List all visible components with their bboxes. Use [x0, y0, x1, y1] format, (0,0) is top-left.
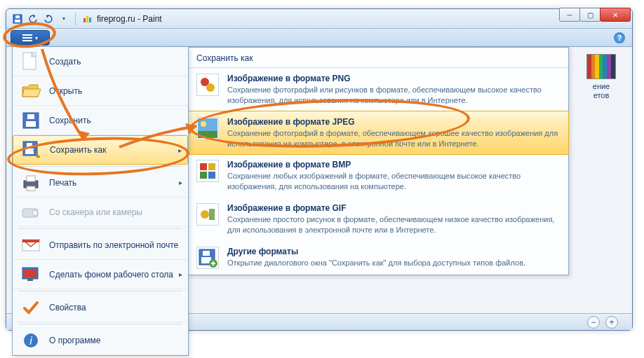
email-icon	[20, 234, 42, 256]
svg-rect-15	[27, 186, 35, 191]
svg-point-17	[32, 210, 38, 216]
menu-label: Отправить по электронной почте	[49, 240, 178, 250]
svg-rect-9	[27, 114, 34, 119]
chevron-down-icon: ▾	[35, 35, 38, 41]
menu-save[interactable]: Сохранить	[13, 106, 188, 135]
folder-open-icon	[20, 80, 42, 102]
save-as-gif[interactable]: Изображение в формате GIF Сохранение про…	[188, 198, 568, 241]
menu-save-as[interactable]: Сохранить как ▸	[13, 135, 188, 165]
svg-rect-11	[25, 149, 34, 154]
redo-icon[interactable]	[43, 13, 54, 25]
desktop-icon	[20, 263, 42, 286]
jpeg-icon	[196, 117, 219, 139]
save-icon[interactable]	[12, 13, 23, 25]
menu-create[interactable]: Создать	[13, 47, 188, 76]
help-icon[interactable]: ?	[614, 32, 625, 43]
menu-separator	[18, 291, 182, 291]
svg-rect-19	[22, 240, 39, 242]
menu-label: Сохранить	[49, 116, 91, 125]
other-formats-icon	[196, 247, 219, 269]
svg-rect-22	[27, 279, 33, 281]
item-desc: Сохранение любых изображений в формате, …	[227, 171, 560, 192]
menu-label: Сделать фоном рабочего стола	[49, 270, 173, 280]
checkmark-icon	[20, 296, 42, 319]
submenu-arrow-icon: ▸	[179, 179, 182, 186]
separator	[75, 13, 76, 25]
paint-window: ▾ fireprog.ru - Paint ─ ▢ ✕ ▾ ? ение ето…	[6, 8, 633, 331]
menu-properties[interactable]: Свойства	[13, 293, 188, 322]
svg-rect-21	[24, 269, 36, 277]
menu-about[interactable]: i О программе	[13, 326, 188, 355]
item-title: Изображение в формате BMP	[227, 160, 560, 170]
svg-rect-33	[208, 163, 215, 170]
item-title: Изображение в формате GIF	[227, 203, 560, 213]
save-as-bmp[interactable]: Изображение в формате BMP Сохранение люб…	[188, 154, 568, 198]
item-title: Другие форматы	[227, 247, 525, 256]
submenu-header: Сохранить как	[188, 48, 568, 68]
svg-rect-34	[200, 172, 207, 179]
menu-separator	[18, 324, 182, 324]
app-icon	[81, 13, 93, 25]
menu-icon	[22, 34, 32, 41]
svg-rect-35	[208, 172, 215, 179]
qat-dropdown-icon[interactable]: ▾	[58, 13, 69, 25]
item-title: Изображение в формате JPEG	[227, 117, 560, 127]
menu-scanner: Со сканера или камеры	[13, 198, 188, 227]
save-as-other[interactable]: Другие форматы Открытие диалогового окна…	[188, 241, 568, 275]
maximize-button[interactable]: ▢	[579, 8, 601, 22]
quick-access-toolbar: ▾	[9, 13, 93, 25]
svg-rect-8	[26, 121, 36, 127]
color-palette-icon[interactable]	[586, 54, 616, 79]
peek-label-2: етов	[580, 91, 622, 100]
svg-rect-12	[27, 143, 32, 147]
ribbon-colors-group-peek: ение етов	[580, 54, 622, 100]
svg-point-27	[206, 83, 215, 92]
application-menu-button[interactable]: ▾	[11, 30, 50, 46]
new-file-icon	[20, 50, 42, 73]
item-desc: Сохранение фотографий в формате, обеспеч…	[227, 128, 560, 149]
svg-rect-5	[89, 18, 91, 22]
svg-rect-29	[198, 131, 217, 138]
item-desc: Сохранение простого рисунок в формате, о…	[227, 214, 560, 235]
peek-label-1: ение	[580, 82, 622, 91]
zoom-in-button[interactable]: +	[605, 316, 618, 329]
menu-label: О программе	[49, 336, 100, 345]
info-icon: i	[20, 329, 42, 352]
item-title: Изображение в формате PNG	[227, 74, 560, 83]
submenu-arrow-icon: ▸	[178, 146, 182, 154]
save-as-png[interactable]: Изображение в формате PNG Сохранение фот…	[188, 68, 568, 111]
svg-rect-1	[15, 20, 20, 22]
titlebar: ▾ fireprog.ru - Paint ─ ▢ ✕	[6, 9, 632, 29]
menu-separator	[18, 166, 182, 167]
svg-rect-32	[200, 163, 207, 170]
minimize-button[interactable]: ─	[559, 8, 580, 22]
undo-icon[interactable]	[27, 13, 39, 25]
bmp-icon	[196, 160, 219, 182]
menu-open[interactable]: Открыть	[13, 76, 188, 106]
item-desc: Сохранение фотографий или рисунков в фор…	[227, 85, 560, 106]
save-as-submenu: Сохранить как Изображение в формате PNG …	[187, 47, 569, 275]
menu-label: Сохранить как	[50, 145, 106, 155]
item-desc: Открытие диалогового окна "Сохранить как…	[227, 258, 525, 268]
svg-point-37	[201, 210, 209, 219]
png-icon	[196, 74, 219, 96]
svg-rect-4	[86, 16, 88, 22]
svg-rect-2	[15, 15, 20, 18]
printer-icon	[20, 172, 42, 194]
menu-label: Со сканера или камеры	[49, 207, 142, 217]
zoom-out-button[interactable]: −	[587, 316, 600, 329]
svg-rect-14	[27, 176, 35, 181]
window-title: fireprog.ru - Paint	[97, 14, 162, 24]
menu-print[interactable]: Печать ▸	[13, 168, 188, 198]
svg-rect-3	[83, 18, 86, 22]
save-icon	[20, 109, 42, 132]
svg-text:i: i	[29, 335, 32, 347]
close-button[interactable]: ✕	[600, 8, 631, 22]
menu-set-wallpaper[interactable]: Сделать фоном рабочего стола ▸	[13, 260, 188, 289]
menu-send-email[interactable]: Отправить по электронной почте	[13, 230, 188, 260]
window-controls: ─ ▢ ✕	[560, 8, 631, 22]
scanner-icon	[20, 201, 42, 223]
save-as-jpeg[interactable]: Изображение в формате JPEG Сохранение фо…	[187, 111, 569, 156]
menu-label: Открыть	[49, 86, 82, 96]
menu-separator	[18, 228, 182, 229]
